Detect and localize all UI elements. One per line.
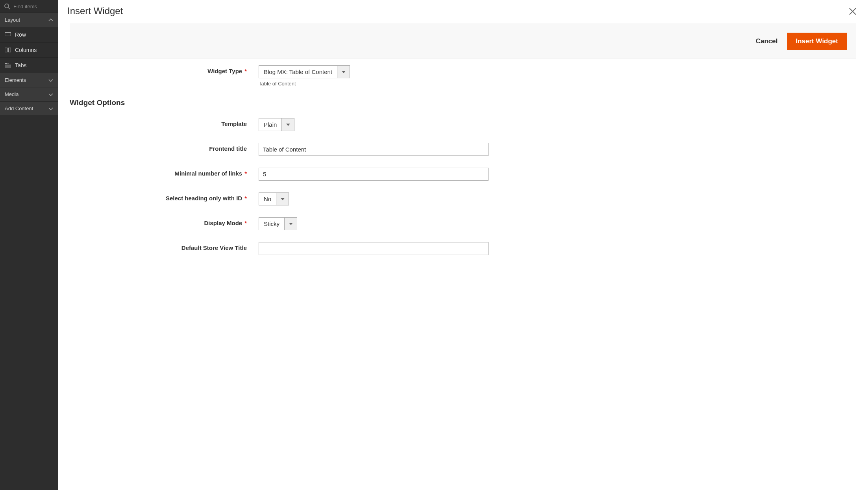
field-display-mode: Display Mode* Sticky [70, 217, 856, 230]
svg-rect-4 [9, 48, 11, 52]
display-mode-select[interactable]: Sticky [259, 217, 297, 230]
widget-type-select[interactable]: Blog MX: Table of Content [259, 65, 350, 78]
min-links-input[interactable] [259, 168, 489, 181]
svg-rect-3 [5, 48, 7, 52]
search-icon [4, 3, 10, 9]
select-value: Plain [259, 118, 281, 131]
field-min-links: Minimal number of links* [70, 168, 856, 181]
modal-title: Insert Widget [67, 6, 123, 17]
tabs-icon [5, 63, 11, 68]
field-label: Template [70, 118, 259, 127]
sidebar-section-media[interactable]: Media [0, 87, 58, 101]
cancel-button[interactable]: Cancel [756, 37, 778, 45]
sidebar-section-layout[interactable]: Layout [0, 13, 58, 27]
select-value: Sticky [259, 218, 284, 230]
field-label: Widget Type* [70, 65, 259, 74]
widget-options-heading: Widget Options [70, 98, 856, 107]
action-toolbar: Cancel Insert Widget [70, 24, 856, 59]
field-label: Default Store View Title [70, 242, 259, 251]
template-select[interactable]: Plain [259, 118, 294, 131]
sidebar-item-label: Columns [15, 47, 37, 53]
sidebar-item-tabs[interactable]: Tabs [0, 57, 58, 73]
close-icon [848, 7, 857, 16]
select-value: Blog MX: Table of Content [259, 66, 337, 78]
chevron-down-icon [48, 107, 53, 110]
svg-line-1 [8, 7, 10, 9]
field-label: Select heading only with ID* [70, 192, 259, 202]
svg-rect-6 [7, 63, 9, 64]
chevron-down-icon [276, 193, 289, 205]
field-label: Frontend title [70, 143, 259, 152]
section-label: Media [5, 91, 19, 97]
sidebar-section-elements[interactable]: Elements [0, 73, 58, 87]
search-input[interactable] [13, 4, 54, 9]
close-button[interactable] [847, 6, 859, 17]
svg-point-0 [5, 4, 9, 8]
field-frontend-title: Frontend title [70, 143, 856, 156]
main-panel: Insert Widget Cancel Insert Widget Widge… [58, 0, 868, 490]
chevron-down-icon [337, 66, 350, 78]
required-marker: * [244, 195, 247, 202]
form-area: Widget Type* Blog MX: Table of Content T… [58, 59, 868, 273]
svg-rect-2 [5, 33, 11, 36]
field-label: Minimal number of links* [70, 168, 259, 177]
chevron-down-icon [281, 118, 294, 131]
chevron-up-icon [48, 18, 53, 22]
field-label: Display Mode* [70, 217, 259, 226]
field-default-title: Default Store View Title [70, 242, 856, 255]
columns-icon [5, 48, 11, 52]
svg-rect-7 [5, 65, 11, 68]
heading-id-select[interactable]: No [259, 192, 289, 205]
required-marker: * [244, 68, 247, 74]
field-heading-id: Select heading only with ID* No [70, 192, 856, 205]
modal-header: Insert Widget [58, 0, 868, 24]
field-widget-type: Widget Type* Blog MX: Table of Content T… [70, 65, 856, 87]
insert-widget-button[interactable]: Insert Widget [787, 33, 847, 50]
sidebar-item-label: Tabs [15, 62, 27, 68]
field-hint: Table of Content [259, 81, 489, 87]
sidebar: Layout Row Columns Tabs Elements Media A… [0, 0, 58, 490]
row-icon [5, 32, 11, 37]
select-value: No [259, 193, 276, 205]
section-label: Elements [5, 77, 26, 83]
section-label: Layout [5, 17, 20, 23]
chevron-down-icon [284, 218, 297, 230]
sidebar-section-add-content[interactable]: Add Content [0, 101, 58, 115]
sidebar-item-label: Row [15, 31, 26, 38]
required-marker: * [244, 170, 247, 177]
svg-rect-5 [5, 63, 7, 64]
required-marker: * [244, 220, 247, 226]
field-template: Template Plain [70, 118, 856, 131]
chevron-down-icon [48, 93, 53, 96]
section-label: Add Content [5, 105, 33, 111]
sidebar-search [0, 0, 58, 13]
frontend-title-input[interactable] [259, 143, 489, 156]
default-title-input[interactable] [259, 242, 489, 255]
chevron-down-icon [48, 79, 53, 82]
sidebar-item-row[interactable]: Row [0, 27, 58, 42]
sidebar-item-columns[interactable]: Columns [0, 42, 58, 57]
